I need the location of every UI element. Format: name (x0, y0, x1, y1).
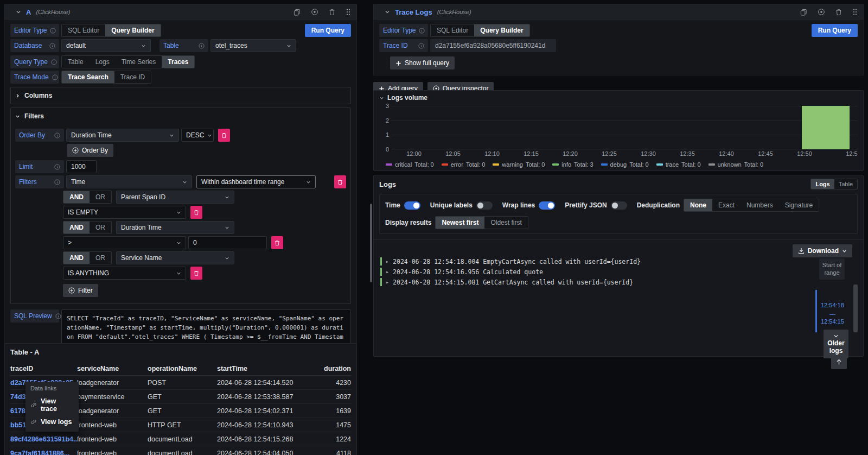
info-icon[interactable] (55, 313, 61, 319)
editor-scrollbar-thumb[interactable] (370, 204, 372, 282)
filter-parent-operator-select[interactable]: IS EMPTY (63, 206, 186, 219)
wrap-lines-toggle[interactable] (539, 201, 555, 210)
filter-time-delete-button[interactable] (334, 175, 346, 188)
filters-section-header[interactable]: Filters (15, 111, 346, 121)
dedup-signature[interactable]: Signature (779, 199, 819, 211)
info-icon[interactable] (419, 28, 425, 34)
database-select[interactable]: default (61, 39, 151, 52)
add-order-by-button[interactable]: Order By (67, 144, 113, 157)
editor-type-sql-editor[interactable]: SQL Editor (431, 24, 474, 36)
editor-type-query-builder[interactable]: Query Builder (105, 24, 160, 36)
dedup-exact[interactable]: Exact (712, 199, 741, 211)
trace-mode-trace-id[interactable]: Trace ID (114, 71, 151, 83)
legend-item[interactable]: errorTotal: 0 (442, 161, 486, 168)
expand-chevron-icon[interactable]: ▸ (386, 258, 389, 264)
oldest-first-option[interactable]: Oldest first (484, 217, 527, 229)
log-row[interactable]: ▸ 2024-06-28 12:54:15.081 GetCartAsync c… (380, 277, 793, 287)
log-row[interactable]: ▸ 2024-06-28 12:54:16.956 Calculated quo… (380, 267, 793, 277)
log-row[interactable]: ▸ 2024-06-28 12:54:18.004 EmptyCartAsync… (380, 256, 793, 267)
filter-service-delete-button[interactable] (190, 267, 202, 280)
or-option[interactable]: OR (90, 222, 111, 233)
duplicate-icon[interactable] (800, 9, 807, 16)
filter-time-operator-select[interactable]: Within dashboard time range (196, 175, 316, 188)
col-servicename[interactable]: serviceName (77, 365, 148, 372)
logs-volume-header[interactable]: Logs volume (379, 94, 858, 102)
editor-type-query-builder[interactable]: Query Builder (474, 24, 529, 36)
view-logs-option[interactable]: Logs (811, 179, 834, 189)
logs-scrollbar-thumb[interactable] (853, 285, 858, 332)
col-operationname[interactable]: operationName (148, 365, 217, 372)
unique-labels-toggle[interactable] (476, 201, 493, 210)
trace-link[interactable]: 9ca7faf61841886... (10, 450, 77, 455)
columns-section-header[interactable]: Columns (15, 91, 346, 100)
time-toggle[interactable] (404, 201, 420, 210)
info-logs-bar[interactable] (802, 106, 850, 149)
filter-time-field-select[interactable]: Time (66, 175, 192, 188)
scroll-to-top-button[interactable] (831, 355, 847, 369)
filter-parent-delete-button[interactable] (190, 206, 202, 219)
chevron-down-icon[interactable] (16, 9, 21, 15)
add-filter-button[interactable]: Filter (63, 284, 98, 297)
older-logs-button[interactable]: Older logs (824, 330, 848, 358)
chevron-down-icon[interactable] (385, 9, 390, 15)
col-traceid[interactable]: traceID (10, 365, 77, 372)
order-by-field-select[interactable]: Duration Time (66, 129, 179, 142)
download-button[interactable]: Download (793, 244, 852, 257)
filter-duration-value-input[interactable]: 0 (188, 236, 267, 249)
duplicate-icon[interactable] (293, 9, 301, 16)
view-logs-link[interactable]: View logs (30, 415, 74, 428)
view-table-option[interactable]: Table (834, 179, 857, 189)
and-option[interactable]: AND (63, 222, 90, 233)
info-icon[interactable] (54, 132, 60, 138)
filter-duration-operator-select[interactable]: > (63, 236, 186, 249)
info-icon[interactable] (50, 28, 56, 34)
col-starttime[interactable]: startTime (217, 365, 308, 372)
order-by-direction-select[interactable]: DESC (181, 129, 214, 142)
dedup-none[interactable]: None (684, 199, 712, 211)
trace-id-input[interactable]: d2a7155ef6a928a05680e5ff6190241d (430, 39, 556, 52)
prettify-json-toggle[interactable] (611, 201, 627, 210)
filter-service-operator-select[interactable]: IS ANYTHING (63, 267, 186, 280)
order-by-delete-button[interactable] (218, 129, 230, 142)
trash-icon[interactable] (835, 9, 842, 16)
info-icon[interactable] (49, 43, 55, 49)
view-trace-link[interactable]: View trace (30, 395, 74, 415)
expand-chevron-icon[interactable]: ▸ (386, 269, 389, 275)
legend-item[interactable]: traceTotal: 0 (656, 161, 701, 168)
col-duration[interactable]: duration (308, 365, 351, 372)
eye-icon[interactable] (311, 8, 318, 16)
trace-mode-trace-search[interactable]: Trace Search (62, 71, 114, 83)
info-icon[interactable] (54, 164, 60, 170)
legend-item[interactable]: unknownTotal: 0 (709, 161, 764, 168)
editor-type-sql-editor[interactable]: SQL Editor (62, 24, 105, 36)
and-option[interactable]: AND (63, 191, 90, 203)
filter-parent-field-select[interactable]: Parent Span ID (116, 191, 234, 204)
legend-item[interactable]: infoTotal: 3 (552, 161, 593, 168)
and-option[interactable]: AND (63, 252, 90, 264)
drag-handle-icon[interactable] (346, 8, 351, 16)
trace-link[interactable]: 89cf4286e631591b4... (10, 435, 77, 443)
query-type-traces[interactable]: Traces (162, 56, 194, 68)
query-type-time-series[interactable]: Time Series (116, 56, 162, 68)
info-icon[interactable] (54, 179, 60, 185)
legend-item[interactable]: criticalTotal: 0 (386, 161, 434, 168)
filter-duration-field-select[interactable]: Duration Time (116, 221, 234, 234)
trash-icon[interactable] (329, 9, 335, 16)
info-icon[interactable] (51, 59, 57, 65)
drag-handle-icon[interactable] (852, 8, 858, 16)
logs-minimap[interactable]: 12:54:18 — 12:54:15 (815, 290, 853, 332)
plot-area[interactable] (391, 106, 858, 149)
legend-item[interactable]: warningTotal: 0 (493, 161, 545, 168)
or-option[interactable]: OR (90, 252, 111, 264)
info-icon[interactable] (418, 43, 424, 49)
show-full-query-button[interactable]: Show full query (390, 56, 455, 69)
dedup-numbers[interactable]: Numbers (741, 199, 779, 211)
or-option[interactable]: OR (90, 191, 111, 203)
run-query-button[interactable]: Run Query (305, 24, 351, 37)
expand-chevron-icon[interactable]: ▸ (386, 279, 389, 285)
run-query-button[interactable]: Run Query (812, 24, 858, 37)
filter-service-field-select[interactable]: Service Name (116, 251, 234, 264)
query-type-logs[interactable]: Logs (90, 56, 116, 68)
info-icon[interactable] (52, 74, 58, 80)
table-select[interactable]: otel_traces (210, 39, 296, 52)
